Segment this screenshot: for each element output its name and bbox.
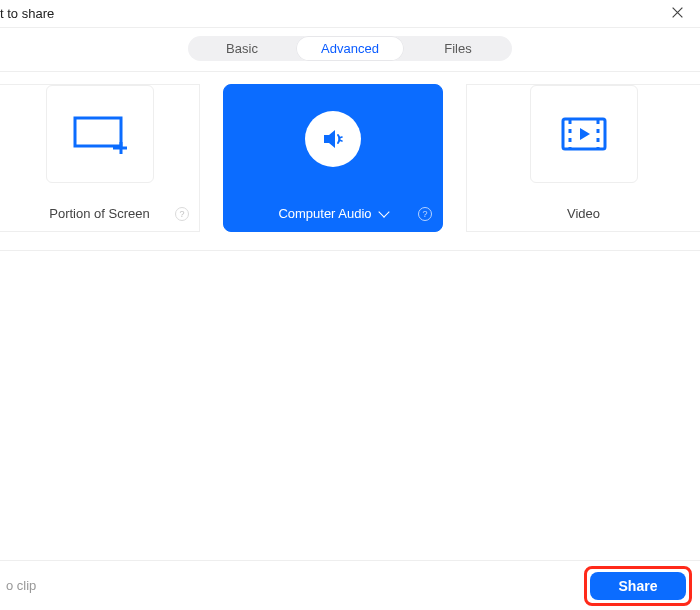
film-icon [530, 85, 638, 183]
help-icon[interactable]: ? [175, 207, 189, 221]
option-label: Video [567, 206, 600, 221]
tab-advanced[interactable]: Advanced [296, 36, 404, 61]
highlight-ring: Share [584, 566, 692, 606]
speaker-icon [224, 85, 442, 193]
option-label: Portion of Screen [49, 206, 149, 221]
footer-bar: o clip Share [0, 560, 700, 610]
window-title: t to share [0, 6, 54, 21]
share-type-tabs: Basic Advanced Files [0, 28, 700, 71]
svg-line-3 [339, 137, 342, 138]
svg-line-4 [339, 140, 342, 141]
option-label: Computer Audio [278, 206, 371, 221]
screen-portion-icon [46, 85, 154, 183]
svg-rect-0 [75, 118, 121, 146]
share-options: Portion of Screen ? Computer Audio ? [0, 71, 700, 251]
help-icon[interactable]: ? [418, 207, 432, 221]
option-portion-of-screen[interactable]: Portion of Screen ? [0, 84, 200, 232]
tab-files[interactable]: Files [404, 36, 512, 61]
close-icon[interactable] [665, 5, 690, 23]
option-computer-audio[interactable]: Computer Audio ? [223, 84, 443, 232]
share-button[interactable]: Share [590, 572, 686, 600]
option-video[interactable]: Video [466, 84, 700, 232]
footer-hint: o clip [6, 578, 36, 593]
chevron-down-icon[interactable] [378, 206, 389, 217]
tab-basic[interactable]: Basic [188, 36, 296, 61]
svg-marker-8 [580, 128, 590, 140]
